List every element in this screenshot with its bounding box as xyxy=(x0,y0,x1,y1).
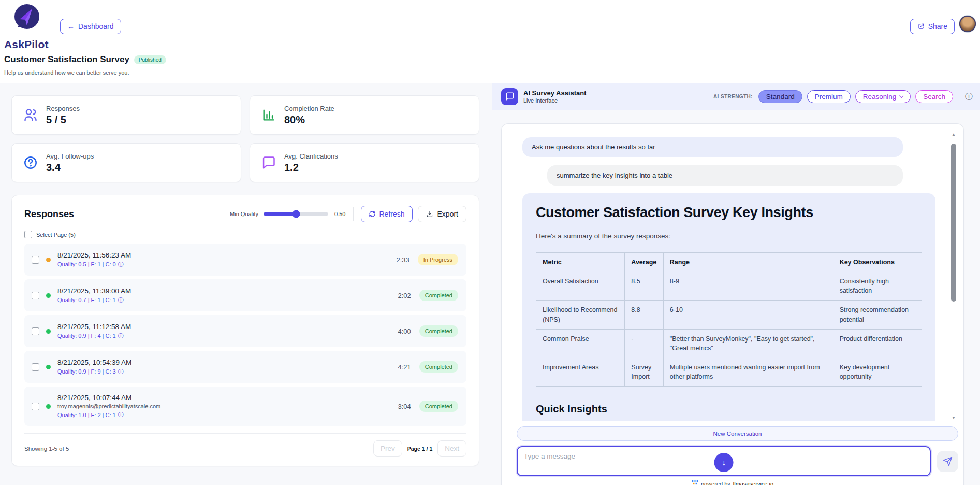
assistant-insights-message: Customer Satisfaction Survey Key Insight… xyxy=(522,193,935,421)
strength-search-button[interactable]: Search xyxy=(915,90,953,103)
insights-title: Customer Satisfaction Survey Key Insight… xyxy=(536,205,922,221)
select-page-checkbox[interactable] xyxy=(24,231,32,238)
table-header: Key Observations xyxy=(833,253,922,272)
quality-metrics: Quality: 0.5 | F: 1 | C: 0 xyxy=(57,261,116,267)
insights-intro: Here's a summary of the survey responses… xyxy=(536,232,922,240)
table-cell: Survey Import xyxy=(625,358,664,386)
table-row: Overall Satisfaction 8.5 8-9 Consistentl… xyxy=(536,272,922,301)
status-dot-completed xyxy=(46,404,51,409)
row-checkbox[interactable] xyxy=(32,363,39,371)
dashboard-back-button[interactable]: ← Dashboard xyxy=(60,19,121,34)
response-row[interactable]: 8/21/2025, 11:56:23 AM Quality: 0.5 | F:… xyxy=(24,244,466,276)
dashboard-button-label: Dashboard xyxy=(78,22,114,31)
llmasaservice-logo-icon xyxy=(692,480,698,485)
share-button[interactable]: Share xyxy=(910,19,955,34)
showing-count: Showing 1-5 of 5 xyxy=(24,446,69,452)
stat-value: 3.4 xyxy=(46,162,94,174)
min-quality-value: 0.50 xyxy=(334,211,345,217)
powered-by-footer: powered by llmasaservice.io xyxy=(502,480,963,485)
user-message: summarize the key insights into a table xyxy=(547,165,903,186)
responses-title: Responses xyxy=(24,209,74,220)
scrollbar-up-arrow-icon[interactable]: ▲ xyxy=(950,132,957,137)
stat-value: 80% xyxy=(284,114,334,126)
table-cell: Common Praise xyxy=(536,329,625,358)
chat-scrollbar[interactable]: ▲ ▼ xyxy=(950,132,957,420)
response-duration: 4:00 xyxy=(398,327,411,335)
external-link-icon xyxy=(917,23,925,30)
assistant-title: AI Survey Assistant xyxy=(523,89,587,97)
row-checkbox[interactable] xyxy=(32,292,39,299)
send-button[interactable] xyxy=(937,451,958,472)
table-cell: - xyxy=(625,329,664,358)
export-button[interactable]: Export xyxy=(418,206,466,222)
stat-label: Responses xyxy=(46,105,80,112)
min-quality-slider[interactable] xyxy=(264,212,328,216)
table-cell: Product differentiation xyxy=(833,329,922,358)
quality-metrics: Quality: 0.9 | F: 9 | C: 3 xyxy=(57,368,116,375)
response-row[interactable]: 8/21/2025, 10:54:39 AM Quality: 0.9 | F:… xyxy=(24,351,466,383)
next-page-button[interactable]: Next xyxy=(437,440,466,457)
scrollbar-thumb[interactable] xyxy=(951,144,956,302)
page-title: Customer Satisfaction Survey xyxy=(4,54,129,65)
row-checkbox[interactable] xyxy=(32,327,39,335)
table-cell: 6-10 xyxy=(663,301,833,329)
user-avatar[interactable] xyxy=(959,16,976,32)
response-date: 8/21/2025, 11:12:58 AM xyxy=(57,323,131,331)
stat-card-avg-followups: Avg. Follow-ups 3.4 xyxy=(11,143,241,182)
refresh-button[interactable]: Refresh xyxy=(361,206,413,222)
assistant-info-icon[interactable]: ⓘ xyxy=(965,92,973,102)
table-cell: Improvement Areas xyxy=(536,358,625,386)
info-icon[interactable]: ⓘ xyxy=(118,261,124,268)
status-dot-completed xyxy=(46,293,51,298)
message-input-box[interactable]: ↓ xyxy=(517,446,931,476)
response-row[interactable]: 8/21/2025, 11:39:00 AM Quality: 0.7 | F:… xyxy=(24,279,466,311)
info-icon[interactable]: ⓘ xyxy=(118,332,124,340)
stat-label: Avg. Clarifications xyxy=(284,152,338,160)
response-date: 8/21/2025, 11:56:23 AM xyxy=(57,251,131,259)
table-row: Likelihood to Recommend (NPS) 8.8 6-10 S… xyxy=(536,301,922,329)
info-icon[interactable]: ⓘ xyxy=(118,368,124,376)
table-cell: Consistently high satisfaction xyxy=(833,272,922,301)
row-checkbox[interactable] xyxy=(32,403,39,410)
select-page-label: Select Page (5) xyxy=(36,232,76,238)
slider-thumb[interactable] xyxy=(292,210,300,218)
table-cell: "Better than SurveyMonkey", "Easy to get… xyxy=(663,329,833,358)
users-icon xyxy=(23,108,38,122)
prev-page-button[interactable]: Prev xyxy=(373,440,402,457)
insights-table: Metric Average Range Key Observations Ov… xyxy=(536,252,922,387)
chevron-down-icon xyxy=(899,93,903,97)
info-icon[interactable]: ⓘ xyxy=(118,411,124,419)
strength-standard-button[interactable]: Standard xyxy=(758,90,802,103)
scroll-to-bottom-button[interactable]: ↓ xyxy=(714,453,734,472)
strength-premium-button[interactable]: Premium xyxy=(807,90,851,103)
table-row: Common Praise - "Better than SurveyMonke… xyxy=(536,329,922,358)
response-row[interactable]: 8/21/2025, 11:12:58 AM Quality: 0.9 | F:… xyxy=(24,315,466,347)
stat-label: Avg. Follow-ups xyxy=(46,152,94,160)
response-status-badge: Completed xyxy=(419,361,458,373)
llmasaservice-link[interactable]: llmasaservice.io xyxy=(733,481,773,485)
strength-reasoning-label: Reasoning xyxy=(863,93,897,101)
left-column: Responses 5 / 5 Completion Rate 80% Avg.… xyxy=(11,95,479,466)
info-icon[interactable]: ⓘ xyxy=(118,296,124,304)
quality-metrics: Quality: 0.9 | F: 4 | C: 1 xyxy=(57,333,116,339)
response-row[interactable]: 8/21/2025, 10:07:44 AM troy.magennis@pre… xyxy=(24,387,466,426)
table-header: Range xyxy=(663,253,833,272)
response-duration: 3:04 xyxy=(398,403,411,410)
chat-message-area: Ask me questions about the results so fa… xyxy=(509,131,956,421)
send-plane-icon xyxy=(943,457,953,466)
min-quality-label: Min Quality xyxy=(230,211,258,217)
top-header: AskPilot ← Dashboard Share Customer Sati… xyxy=(0,0,980,83)
status-dot-completed xyxy=(46,365,51,369)
new-conversation-button[interactable]: New Conversation xyxy=(517,426,958,441)
powered-by-label: powered by xyxy=(701,481,730,485)
scrollbar-down-arrow-icon[interactable]: ▼ xyxy=(950,416,957,420)
respondent-email: troy.magennis@predictabilityatscale.com xyxy=(57,403,160,409)
row-checkbox[interactable] xyxy=(32,256,39,264)
strength-reasoning-button[interactable]: Reasoning xyxy=(855,90,911,103)
chat-panel: Ask me questions about the results so fa… xyxy=(501,123,964,485)
askpilot-logo-icon xyxy=(12,3,41,32)
table-cell: 8.5 xyxy=(625,272,664,301)
response-status-badge: Completed xyxy=(419,290,458,301)
down-arrow-icon: ↓ xyxy=(722,458,726,467)
table-header: Average xyxy=(625,253,664,272)
